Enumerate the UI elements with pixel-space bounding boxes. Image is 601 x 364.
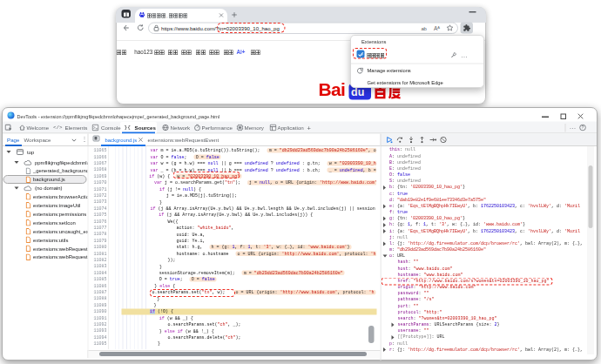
svg-text:?: ? — [582, 125, 584, 130]
